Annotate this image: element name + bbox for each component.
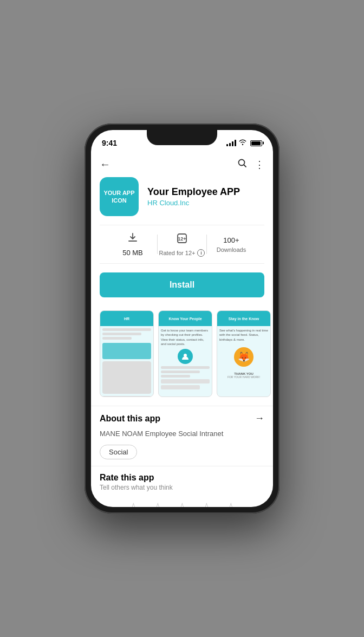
about-header: About this app → [100, 413, 264, 424]
stat-downloads-value: 100+ [223, 236, 239, 244]
stat-size-value: 50 MB [122, 249, 143, 257]
rate-title: Rate this app [100, 473, 264, 483]
rate-subtitle: Tell others what you think [100, 484, 264, 491]
stat-size: 50 MB [108, 232, 157, 257]
download-icon [127, 232, 139, 246]
stars-row[interactable]: ☆ ☆ ☆ ☆ ☆ [100, 499, 264, 508]
info-icon: i [197, 249, 205, 257]
app-developer: HR Cloud.Inc [147, 199, 264, 207]
about-arrow[interactable]: → [255, 413, 264, 424]
rated-row: Rated for 12+ i [159, 249, 205, 257]
hr-avatar: HR [121, 313, 132, 324]
status-icons [226, 139, 262, 147]
app-header: YOUR APP ICON Your Employee APP HR Cloud… [91, 175, 273, 225]
nav-actions: ⋮ [237, 158, 264, 171]
stat-downloads-label: Downloads [217, 246, 246, 253]
about-description: MANE NOAM Employee Social Intranet [100, 428, 264, 439]
screenshot-3: Stay in the Know See what's happening in… [217, 310, 271, 397]
more-button[interactable]: ⋮ [255, 159, 264, 171]
signal-icon [226, 140, 236, 146]
phone-notch [147, 130, 217, 145]
nav-bar: ← ⋮ [91, 154, 273, 175]
star-1[interactable]: ☆ [126, 499, 141, 508]
screenshot-2: Know Your People Get to know your team m… [158, 310, 212, 397]
rating-icon: 12+ [176, 232, 188, 247]
wifi-icon [239, 139, 246, 147]
svg-line-1 [244, 165, 246, 167]
about-title: About this app [100, 414, 160, 424]
screenshot-1: HR [100, 310, 154, 397]
app-icon: YOUR APP ICON [100, 177, 139, 216]
about-tag[interactable]: Social [100, 445, 137, 459]
search-button[interactable] [237, 158, 247, 171]
back-button[interactable]: ← [100, 158, 110, 171]
rate-section: Rate this app Tell others what you think… [91, 466, 273, 508]
star-2[interactable]: ☆ [150, 499, 166, 508]
svg-rect-2 [128, 240, 137, 242]
screenshots-container[interactable]: HR Know Your People [91, 306, 273, 406]
phone-screen: 9:41 ← [91, 130, 273, 507]
stat-downloads: 100+ Downloads [207, 236, 256, 253]
svg-point-0 [239, 160, 245, 166]
screen-content[interactable]: ← ⋮ YOUR APP ICON Your Em [91, 154, 273, 507]
star-3[interactable]: ☆ [174, 499, 190, 508]
phone-frame: 9:41 ← [84, 123, 280, 514]
stats-row: 50 MB 12+ Rated for 12+ i [100, 225, 264, 264]
app-icon-text: YOUR APP ICON [100, 189, 139, 205]
app-name: Your Employee APP [147, 186, 264, 198]
about-section: About this app → MANE NOAM Employee Soci… [91, 406, 273, 466]
star-5[interactable]: ☆ [223, 499, 239, 508]
app-info: Your Employee APP HR Cloud.Inc [147, 186, 264, 207]
star-4[interactable]: ☆ [199, 499, 214, 508]
battery-icon [250, 140, 262, 146]
install-button[interactable]: Install [100, 272, 264, 297]
status-time: 9:41 [102, 139, 117, 147]
stat-rating: 12+ Rated for 12+ i [158, 232, 206, 257]
stat-rating-label: Rated for 12+ [159, 250, 196, 256]
svg-text:12+: 12+ [178, 236, 186, 242]
